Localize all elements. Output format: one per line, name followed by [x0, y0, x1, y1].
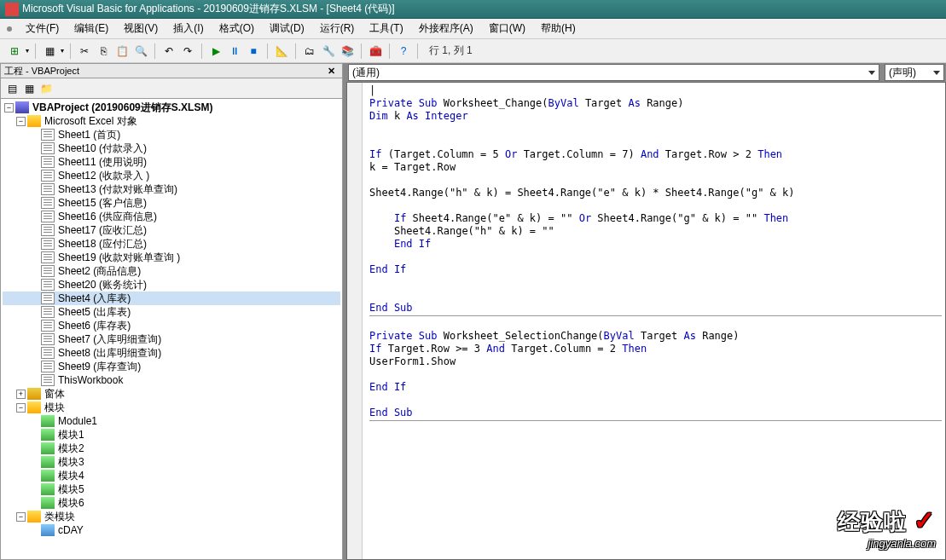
- tree-module-item[interactable]: 模块6: [3, 496, 340, 510]
- browser-icon[interactable]: 📚: [340, 43, 355, 59]
- menu-addins[interactable]: 外接程序(A): [412, 20, 480, 38]
- code-panel: (通用) (声明) | Private Sub Worksheet_Change…: [345, 63, 946, 560]
- code-header: (通用) (声明): [346, 63, 946, 82]
- cut-icon[interactable]: ✂: [77, 43, 92, 59]
- project-icon[interactable]: 🗂: [302, 43, 317, 59]
- tree-sheet-item[interactable]: Sheet15 (客户信息): [3, 196, 340, 210]
- tree-sheet-item[interactable]: Sheet2 (商品信息): [3, 264, 340, 278]
- cursor-position: 行 1, 列 1: [424, 43, 478, 58]
- menu-run[interactable]: 运行(R): [313, 20, 362, 38]
- tree-module-item[interactable]: Module1: [3, 414, 340, 428]
- tree-sheet-item[interactable]: Sheet4 (入库表): [3, 292, 340, 305]
- tree-sheet-item[interactable]: Sheet13 (付款对账单查询): [3, 182, 340, 196]
- menu-file[interactable]: 文件(F): [19, 20, 66, 38]
- tree-sheet-item[interactable]: Sheet19 (收款对账单查询 ): [3, 251, 340, 264]
- object-dropdown[interactable]: (通用): [348, 64, 879, 81]
- excel-icon[interactable]: ⊞: [7, 43, 22, 59]
- menu-format[interactable]: 格式(O): [212, 20, 261, 38]
- stop-icon[interactable]: ■: [246, 43, 261, 59]
- tree-sheet-item[interactable]: Sheet8 (出库明细查询): [3, 346, 340, 360]
- tree-sheet-item[interactable]: Sheet11 (使用说明): [3, 155, 340, 169]
- paste-icon[interactable]: 📋: [114, 43, 130, 59]
- toggle-folders-icon[interactable]: 📁: [38, 81, 54, 96]
- code-margin: [347, 83, 363, 559]
- toolbar: ⊞ ▾ ▦ ▾ ✂ ⎘ 📋 🔍 ↶ ↷ ▶ ⏸ ■ 📐 🗂 🔧 📚 🧰 ? 行 …: [0, 39, 946, 63]
- tree-sheet-item[interactable]: Sheet12 (收款录入 ): [3, 169, 340, 182]
- tree-sheet-item[interactable]: Sheet17 (应收汇总): [3, 223, 340, 237]
- tree-sheet-item[interactable]: Sheet16 (供应商信息): [3, 210, 340, 223]
- menu-window[interactable]: 窗口(W): [482, 20, 532, 38]
- menu-debug[interactable]: 调试(D): [263, 20, 311, 38]
- tree-excel-objects[interactable]: −Microsoft Excel 对象: [3, 114, 340, 128]
- tree-sheet-item[interactable]: Sheet5 (出库表): [3, 305, 340, 319]
- tree-sheet-item[interactable]: Sheet18 (应付汇总): [3, 237, 340, 251]
- code-editor[interactable]: | Private Sub Worksheet_Change(ByVal Tar…: [346, 82, 946, 560]
- watermark: 经验啦 ✓ jingyanla.com: [838, 505, 936, 550]
- tree-module-item[interactable]: 模块1: [3, 428, 340, 442]
- app-icon: [5, 3, 19, 16]
- project-explorer: 工程 - VBAProject ✕ ▤ ▦ 📁 −VBAProject (201…: [0, 63, 345, 560]
- tree-modules-folder[interactable]: −模块: [3, 401, 340, 414]
- design-icon[interactable]: 📐: [274, 43, 289, 59]
- tree-sheet-item[interactable]: Sheet20 (账务统计): [3, 278, 340, 292]
- tree-module-item[interactable]: 模块2: [3, 442, 340, 455]
- panel-toolbar: ▤ ▦ 📁: [0, 78, 343, 99]
- tree-module-item[interactable]: 模块4: [3, 469, 340, 482]
- insert-icon[interactable]: ▦: [42, 43, 57, 59]
- menu-tools[interactable]: 工具(T): [363, 20, 409, 38]
- tree-sheet-item[interactable]: Sheet7 (入库明细查询): [3, 332, 340, 346]
- menu-view[interactable]: 视图(V): [117, 20, 165, 38]
- run-icon[interactable]: ▶: [208, 43, 223, 59]
- view-object-icon[interactable]: ▦: [21, 81, 37, 96]
- tree-sheet-item[interactable]: Sheet9 (库存查询): [3, 360, 340, 373]
- menu-help[interactable]: 帮助(H): [534, 20, 583, 38]
- tree-forms[interactable]: +窗体: [3, 387, 340, 401]
- tree-thisworkbook[interactable]: ThisWorkbook: [3, 373, 340, 387]
- menu-bar: 文件(F) 编辑(E) 视图(V) 插入(I) 格式(O) 调试(D) 运行(R…: [0, 19, 946, 39]
- tree-project[interactable]: −VBAProject (20190609进销存S.XLSM): [3, 101, 340, 114]
- panel-title: 工程 - VBAProject: [4, 65, 79, 78]
- project-tree[interactable]: −VBAProject (20190609进销存S.XLSM) −Microso…: [0, 99, 343, 560]
- tree-sheet-item[interactable]: Sheet10 (付款录入): [3, 141, 340, 155]
- tree-module-item[interactable]: 模块3: [3, 455, 340, 469]
- window-title: Microsoft Visual Basic for Applications …: [22, 2, 395, 16]
- redo-icon[interactable]: ↷: [180, 43, 195, 59]
- menu-insert[interactable]: 插入(I): [166, 20, 210, 38]
- menu-handle[interactable]: [7, 26, 12, 32]
- copy-icon[interactable]: ⎘: [96, 43, 111, 59]
- undo-icon[interactable]: ↶: [161, 43, 177, 59]
- tree-class-folder[interactable]: −类模块: [3, 510, 340, 523]
- tree-module-item[interactable]: 模块5: [3, 482, 340, 496]
- view-code-icon[interactable]: ▤: [4, 81, 20, 96]
- title-bar: Microsoft Visual Basic for Applications …: [0, 0, 946, 19]
- tree-sheet-item[interactable]: Sheet6 (库存表): [3, 319, 340, 332]
- toolbox-icon[interactable]: 🧰: [368, 43, 383, 59]
- tree-sheet-item[interactable]: Sheet1 (首页): [3, 128, 340, 141]
- close-panel-icon[interactable]: ✕: [324, 66, 339, 77]
- find-icon[interactable]: 🔍: [133, 43, 148, 59]
- menu-edit[interactable]: 编辑(E): [67, 20, 115, 38]
- code-content[interactable]: | Private Sub Worksheet_Change(ByVal Tar…: [369, 84, 942, 435]
- procedure-dropdown[interactable]: (声明): [885, 64, 944, 81]
- pause-icon[interactable]: ⏸: [227, 43, 242, 59]
- help-icon[interactable]: ?: [396, 43, 411, 59]
- tree-class-item[interactable]: cDAY: [3, 523, 340, 537]
- panel-header: 工程 - VBAProject ✕: [0, 63, 343, 78]
- properties-icon[interactable]: 🔧: [321, 43, 336, 59]
